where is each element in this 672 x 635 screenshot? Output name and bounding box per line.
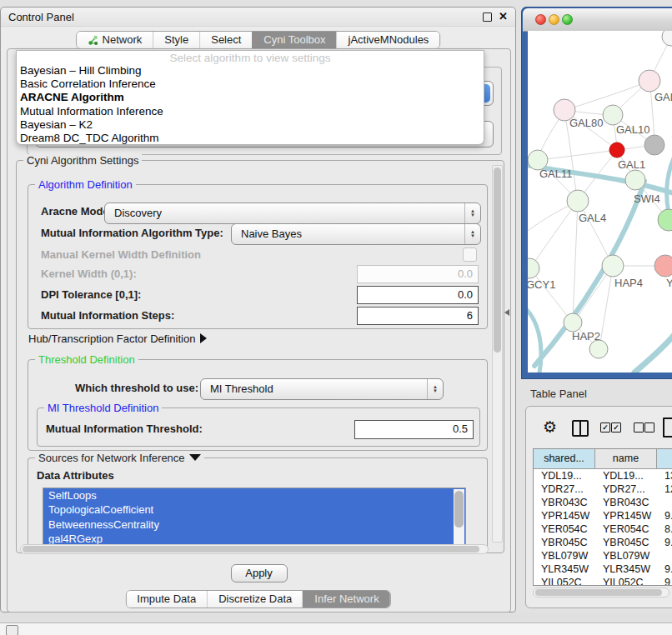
table-row[interactable]: YBR043CYBR043C: [534, 496, 672, 509]
network-node[interactable]: [654, 255, 672, 277]
network-node[interactable]: [602, 255, 624, 277]
network-canvas[interactable]: GALGAL80GAL10GAL1GAL11GAL4SWI4GCY1HAP4YH…: [528, 31, 672, 372]
manual-kernel-checkbox[interactable]: [463, 248, 477, 262]
network-edge[interactable]: [667, 156, 672, 218]
mi-threshold-label: Mutual Information Threshold:: [46, 422, 203, 435]
table-row[interactable]: YDL19...YDL19...13: [534, 469, 672, 482]
network-node[interactable]: [658, 209, 672, 231]
network-node[interactable]: [564, 313, 582, 332]
table-cell: YIL052C: [534, 576, 595, 586]
threshold-definition-title: Threshold Definition: [35, 353, 138, 366]
close-icon[interactable]: ✕: [499, 10, 508, 22]
algorithm-option[interactable]: ARACNE Algorithm: [17, 91, 484, 104]
algorithm-option[interactable]: Mutual Information Inference: [17, 105, 484, 118]
network-node[interactable]: [589, 340, 608, 358]
tab-network[interactable]: Network: [77, 32, 153, 48]
tab-infer-network[interactable]: Infer Network: [303, 591, 389, 608]
which-threshold-combobox[interactable]: MI Threshold ▲▼: [200, 378, 444, 400]
dpi-tolerance-field[interactable]: 0.0: [357, 286, 479, 304]
network-window-titlebar[interactable]: [523, 8, 672, 32]
panel-collapse-handle[interactable]: [504, 309, 509, 316]
unchecked-box-icon[interactable]: [644, 422, 654, 432]
table-cell: 13: [657, 469, 672, 482]
mini-panel-icon[interactable]: [6, 625, 18, 635]
tab-jactivemnodules[interactable]: jActiveMNodules: [337, 32, 440, 48]
unchecked-box-icon[interactable]: [634, 422, 644, 432]
tab-style[interactable]: Style: [153, 32, 199, 48]
tab-impute-data[interactable]: Impute Data: [126, 591, 207, 608]
mi-steps-field[interactable]: 6: [357, 307, 479, 325]
hub-definition-expander[interactable]: Hub/Transcription Factor Definition: [28, 332, 207, 345]
network-node[interactable]: [567, 190, 589, 212]
dropdown-hint: Select algorithm to view settings: [17, 51, 484, 64]
column-header[interactable]: shared...: [534, 449, 595, 468]
scrollbar-thumb[interactable]: [494, 168, 501, 352]
network-edge[interactable]: [573, 201, 578, 322]
table-row[interactable]: YPR145WYPR145W9.: [534, 509, 672, 522]
network-node[interactable]: [625, 170, 645, 190]
table-row[interactable]: YBL079WYBL079W: [534, 549, 672, 562]
network-node[interactable]: [662, 31, 672, 46]
table-horizontal-scrollbar[interactable]: [533, 588, 669, 598]
sources-group: Sources for Network Inference Data Attri…: [28, 458, 488, 549]
network-node[interactable]: [609, 142, 624, 158]
network-node-label: GAL1: [618, 158, 645, 171]
algorithm-option[interactable]: Bayesian – Hill Climbing: [17, 64, 484, 78]
float-window-icon[interactable]: [483, 12, 492, 22]
columns-icon[interactable]: [572, 420, 589, 437]
network-node[interactable]: [603, 105, 623, 125]
gear-icon[interactable]: ⚙: [543, 419, 557, 435]
algorithm-option[interactable]: Bayesian – K2: [17, 118, 484, 132]
table-cell: YBR045C: [595, 536, 657, 549]
document-icon[interactable]: [663, 418, 672, 438]
network-edge[interactable]: [566, 81, 649, 110]
minimize-window-icon[interactable]: [549, 14, 559, 25]
algorithm-option[interactable]: Dream8 DC_TDC Algorithm: [17, 132, 484, 145]
column-header[interactable]: [657, 449, 672, 468]
settings-horizontal-scrollbar[interactable]: [20, 544, 489, 554]
attribute-item[interactable]: SelfLoops: [43, 488, 465, 502]
network-edge[interactable]: [531, 201, 578, 268]
network-node[interactable]: [644, 135, 664, 155]
mi-threshold-field[interactable]: 0.5: [354, 420, 474, 439]
table-row[interactable]: YLR345WYLR345W9.: [534, 562, 672, 576]
collapse-arrow-icon[interactable]: [189, 454, 201, 461]
kernel-width-field[interactable]: 0.0: [357, 265, 479, 283]
attribute-item[interactable]: TopologicalCoefficient: [43, 502, 465, 517]
network-node[interactable]: [528, 258, 539, 278]
scrollbar-thumb[interactable]: [454, 491, 464, 528]
network-edge[interactable]: [539, 150, 617, 160]
column-header[interactable]: name: [595, 449, 657, 468]
data-attributes-list[interactable]: SelfLoopsTopologicalCoefficientBetweenne…: [43, 488, 466, 546]
table-row[interactable]: YIL052CYIL052C9: [534, 576, 672, 586]
close-window-icon[interactable]: [535, 14, 546, 25]
tab-label: Style: [164, 32, 188, 48]
table-cell: YER054C: [534, 522, 595, 536]
tab-cyni-toolbox[interactable]: Cyni Toolbox: [252, 32, 336, 48]
tab-label: Infer Network: [314, 591, 379, 608]
aracne-mode-combobox[interactable]: Discovery ▲▼: [104, 202, 481, 224]
scrollbar-thumb[interactable]: [535, 589, 662, 596]
table-row[interactable]: YBR045CYBR045C9.: [534, 536, 672, 549]
network-edge[interactable]: [599, 266, 613, 348]
table-row[interactable]: YDR27...YDR27...12: [534, 482, 672, 496]
checked-box-icon[interactable]: ✓: [611, 422, 621, 432]
attributes-vertical-scrollbar[interactable]: [454, 489, 464, 544]
zoom-window-icon[interactable]: [562, 14, 573, 25]
table-row[interactable]: YER054CYER054C8.: [534, 522, 672, 536]
network-node-label: GCY1: [528, 278, 555, 291]
apply-button[interactable]: Apply: [231, 564, 288, 582]
scrollbar-thumb[interactable]: [23, 546, 479, 552]
settings-vertical-scrollbar[interactable]: [492, 165, 503, 542]
top-tab-bar: Network Style Select Cyni Toolbox jActiv…: [76, 31, 441, 49]
attribute-item[interactable]: BetweennessCentrality: [43, 518, 465, 532]
checked-box-icon[interactable]: ✓: [600, 422, 610, 432]
algorithm-option[interactable]: Basic Correlation Inference: [17, 78, 484, 91]
tab-label: jActiveMNodules: [349, 32, 429, 48]
network-edge[interactable]: [634, 332, 672, 372]
tab-select[interactable]: Select: [199, 32, 252, 48]
mi-type-combobox[interactable]: Naive Bayes ▲▼: [231, 223, 481, 245]
table-cell: YBR043C: [595, 496, 657, 509]
network-node[interactable]: [639, 70, 660, 92]
tab-discretize-data[interactable]: Discretize Data: [207, 591, 303, 608]
